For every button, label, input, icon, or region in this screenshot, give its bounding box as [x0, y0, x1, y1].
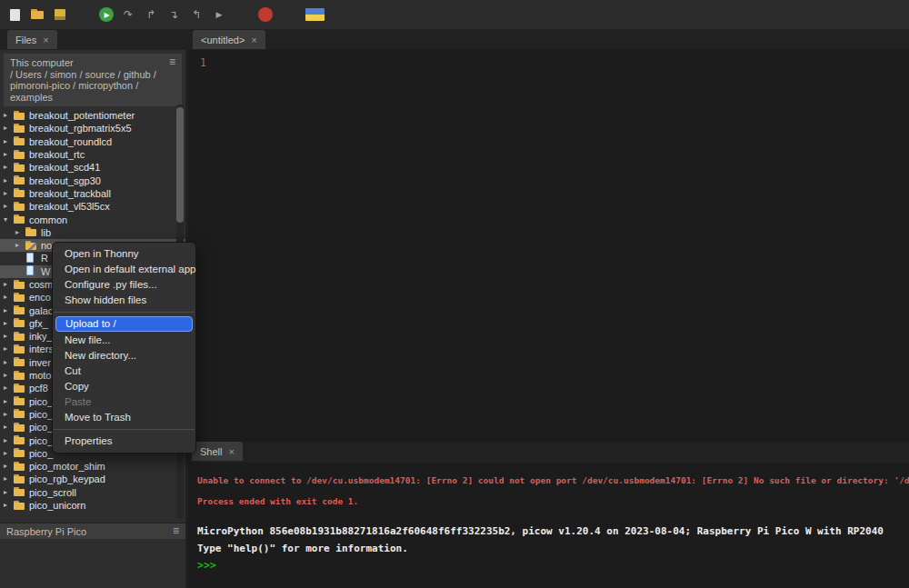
files-scrollbar-thumb[interactable]: [176, 107, 184, 223]
tree-item-label: inters: [29, 344, 54, 354]
device-panel-header: Raspberry Pi Pico ≡: [0, 523, 185, 539]
expander-icon[interactable]: [4, 489, 13, 496]
close-icon[interactable]: ×: [251, 35, 256, 45]
path-line: / Users / simon / source / github /: [10, 69, 175, 81]
resume-icon[interactable]: [211, 6, 227, 23]
menu-item[interactable]: Properties: [53, 434, 195, 449]
expander-icon[interactable]: [4, 112, 13, 119]
tree-item[interactable]: breakout_rgbmatrix5x5: [0, 122, 185, 135]
tree-item-label: lib: [41, 227, 51, 238]
close-icon[interactable]: ×: [228, 447, 234, 457]
tree-item[interactable]: breakout_scd41: [0, 161, 185, 174]
expander-icon[interactable]: [4, 151, 13, 158]
folder-icon: [13, 136, 26, 146]
tree-item-label: inky_: [29, 331, 53, 342]
folder-icon: [13, 462, 26, 472]
tab-shell[interactable]: Shell ×: [192, 442, 243, 461]
tab-editor[interactable]: <untitled> ×: [193, 30, 265, 49]
tree-item-label: breakout_scd41: [29, 162, 100, 173]
tree-item-label: breakout_trackball: [29, 188, 111, 199]
step-out-icon[interactable]: [188, 6, 205, 23]
expander-icon[interactable]: [4, 216, 13, 224]
tree-item[interactable]: pico_rgb_keypad: [0, 473, 185, 485]
tree-item-label: pico_: [29, 448, 53, 459]
open-folder-icon[interactable]: [29, 6, 45, 23]
expander-icon[interactable]: [4, 307, 13, 314]
expander-icon[interactable]: [4, 294, 13, 301]
menu-item[interactable]: Upload to /: [55, 316, 193, 332]
expander-icon[interactable]: [4, 359, 13, 366]
folder-icon: [13, 175, 26, 185]
menu-item[interactable]: Open in default external app: [53, 262, 195, 277]
tree-item[interactable]: breakout_trackball: [0, 187, 185, 200]
expander-icon[interactable]: [4, 424, 13, 431]
expander-icon[interactable]: [4, 164, 13, 171]
tree-item[interactable]: common: [0, 213, 185, 225]
expander-icon[interactable]: [4, 138, 13, 145]
expander-icon[interactable]: [4, 345, 13, 353]
expander-icon[interactable]: [4, 398, 13, 405]
tree-item[interactable]: breakout_roundlcd: [0, 135, 185, 148]
files-tab-strip: Files ×: [7, 30, 57, 49]
expander-icon[interactable]: [4, 177, 13, 184]
tree-item[interactable]: breakout_potentiometer: [0, 109, 185, 122]
tree-item[interactable]: lib: [0, 226, 185, 239]
menu-item[interactable]: Move to Trash: [53, 410, 195, 425]
tree-item[interactable]: breakout_sgp30: [0, 174, 185, 186]
step-over-icon[interactable]: [143, 6, 159, 23]
folder-icon: [13, 280, 26, 290]
panel-menu-icon[interactable]: ≡: [169, 57, 175, 67]
stop-icon[interactable]: [258, 7, 273, 22]
menu-item: Paste: [53, 394, 195, 410]
folder-icon: [13, 318, 26, 328]
expander-icon[interactable]: [4, 281, 13, 288]
device-panel-body[interactable]: [0, 539, 185, 588]
tree-item-label: breakout_sgp30: [29, 175, 101, 186]
expander-icon[interactable]: [4, 384, 13, 392]
shell-panel[interactable]: Unable to connect to /dev/cu.usbmodem147…: [188, 463, 909, 588]
expander-icon[interactable]: [4, 125, 13, 132]
tab-files[interactable]: Files ×: [7, 30, 57, 49]
menu-item[interactable]: Cut: [53, 364, 195, 379]
expander-icon[interactable]: [4, 372, 13, 379]
code-editor[interactable]: [214, 50, 909, 442]
expander-icon[interactable]: [4, 463, 13, 470]
menu-item[interactable]: Open in Thonny: [53, 246, 195, 262]
folder-icon: [13, 293, 26, 303]
expander-icon[interactable]: [4, 502, 13, 509]
ukraine-flag-icon[interactable]: [305, 8, 325, 21]
tree-item-label: cosm: [29, 279, 53, 290]
tab-shell-label: Shell: [200, 446, 222, 457]
expander-icon[interactable]: [4, 190, 13, 197]
expander-icon[interactable]: [4, 320, 13, 327]
menu-item[interactable]: Copy: [53, 379, 195, 394]
expander-icon[interactable]: [15, 229, 25, 236]
run-icon[interactable]: [99, 7, 114, 22]
tree-item[interactable]: breakout_rtc: [0, 148, 185, 161]
expander-icon[interactable]: [4, 437, 13, 444]
debug-icon[interactable]: [120, 6, 136, 23]
expander-icon[interactable]: [15, 242, 25, 249]
tree-item[interactable]: breakout_vl53l5cx: [0, 200, 185, 213]
folder-icon: [13, 163, 26, 173]
menu-item[interactable]: New file...: [53, 333, 195, 348]
expander-icon[interactable]: [4, 411, 13, 418]
expander-icon[interactable]: [4, 333, 13, 340]
device-panel-menu-icon[interactable]: ≡: [173, 526, 179, 536]
close-icon[interactable]: ×: [43, 35, 48, 45]
tree-item[interactable]: pico_motor_shim: [0, 460, 185, 473]
new-file-icon[interactable]: [6, 6, 23, 23]
folder-icon: [13, 501, 26, 511]
expander-icon[interactable]: [4, 203, 13, 210]
save-icon[interactable]: [52, 6, 68, 23]
menu-item[interactable]: Configure .py files...: [53, 277, 195, 293]
menu-item[interactable]: New directory...: [53, 348, 195, 364]
tree-item-label: W: [41, 266, 50, 277]
tree-item[interactable]: pico_scroll: [0, 486, 185, 499]
shell-line: MicroPython 856e08b1931b88271816a2f60648…: [197, 525, 909, 538]
expander-icon[interactable]: [4, 475, 13, 483]
expander-icon[interactable]: [4, 450, 13, 457]
step-into-icon[interactable]: [165, 6, 182, 23]
tree-item[interactable]: pico_unicorn: [0, 499, 185, 512]
menu-item[interactable]: Show hidden files: [53, 293, 195, 308]
